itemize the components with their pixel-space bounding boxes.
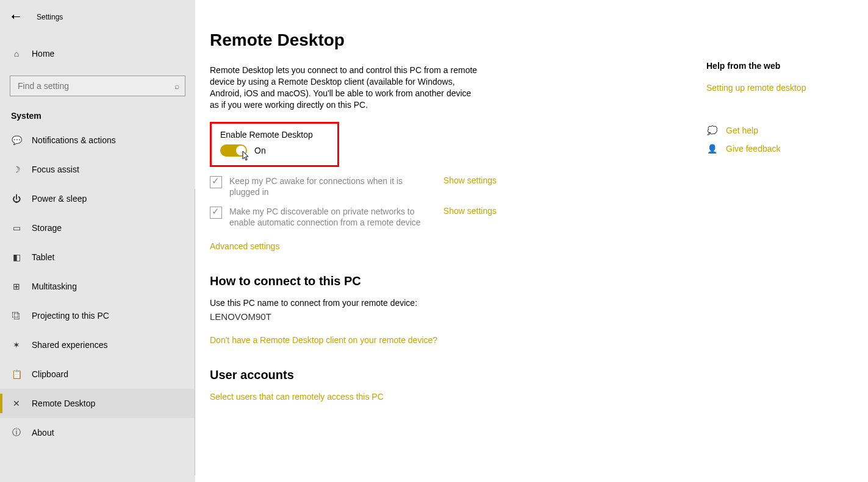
help-panel: Help from the web Setting up remote desk…: [706, 61, 865, 162]
search-icon: ⌕: [174, 81, 179, 91]
sidebar-item-home[interactable]: ⌂ Home: [0, 40, 195, 67]
sidebar-item-power-sleep[interactable]: ⏻ Power & sleep: [0, 184, 195, 213]
sidebar-item-projecting[interactable]: ⿻ Projecting to this PC: [0, 301, 195, 330]
toggle-knob: [236, 146, 246, 155]
sidebar-item-shared-experiences[interactable]: ✶ Shared experiences: [0, 330, 195, 360]
back-icon[interactable]: 🠐: [11, 12, 20, 23]
sidebar-item-multitasking[interactable]: ⊞ Multitasking: [0, 272, 195, 301]
sidebar-item-storage[interactable]: ▭ Storage: [0, 213, 195, 243]
sidebar-item-label: About: [32, 428, 54, 438]
share-icon: ✶: [11, 340, 22, 350]
enable-remote-desktop-toggle[interactable]: [220, 144, 247, 157]
power-icon: ⏻: [11, 194, 22, 204]
home-label: Home: [32, 49, 54, 58]
get-help-icon: 💭: [706, 126, 717, 135]
how-to-connect-desc: Use this PC name to connect from your re…: [210, 298, 497, 308]
sidebar-item-focus-assist[interactable]: ☽ Focus assist: [0, 155, 195, 184]
sidebar-item-clipboard[interactable]: 📋 Clipboard: [0, 360, 195, 389]
sidebar-item-label: Notifications & actions: [32, 135, 116, 145]
sidebar-item-remote-desktop[interactable]: ✕ Remote Desktop: [0, 389, 195, 418]
sidebar-item-label: Remote Desktop: [32, 399, 95, 408]
get-help-link[interactable]: Get help: [726, 126, 758, 135]
clipboard-icon: 📋: [11, 369, 22, 379]
enable-label: Enable Remote Desktop: [220, 130, 329, 140]
sidebar-item-label: Clipboard: [32, 369, 68, 379]
no-client-link[interactable]: Don't have a Remote Desktop client on yo…: [210, 335, 437, 345]
enable-remote-desktop-highlight: Enable Remote Desktop On: [210, 122, 339, 167]
tablet-icon: ◧: [11, 252, 22, 262]
sidebar-item-label: Tablet: [32, 252, 54, 262]
sidebar-header: 🠐 Settings: [0, 5, 195, 29]
storage-icon: ▭: [11, 223, 22, 233]
main-content: Remote Desktop Remote Desktop lets you c…: [195, 0, 868, 482]
setup-remote-desktop-link[interactable]: Setting up remote desktop: [706, 83, 806, 93]
page-title: Remote Desktop: [210, 30, 497, 50]
toggle-state: On: [254, 146, 266, 155]
feedback-icon: 👤: [706, 144, 717, 154]
advanced-settings-link[interactable]: Advanced settings: [210, 241, 279, 251]
info-icon: ⓘ: [11, 427, 22, 438]
sidebar-item-label: Multitasking: [32, 282, 77, 291]
sidebar-item-label: Power & sleep: [32, 194, 87, 204]
sidebar: 🠐 Settings ⌂ Home ⌕ System 💬 Notificatio…: [0, 0, 195, 482]
project-icon: ⿻: [11, 311, 22, 321]
help-heading: Help from the web: [706, 61, 865, 71]
give-feedback-link[interactable]: Give feedback: [726, 144, 781, 154]
discoverable-checkbox[interactable]: [210, 207, 222, 219]
sidebar-item-about[interactable]: ⓘ About: [0, 418, 195, 447]
keep-awake-label: Keep my PC awake for connections when it…: [229, 175, 406, 197]
sidebar-item-tablet[interactable]: ◧ Tablet: [0, 243, 195, 272]
discoverable-row: Make my PC discoverable on private netwo…: [210, 206, 497, 228]
select-users-link[interactable]: Select users that can remotely access th…: [210, 392, 384, 402]
window-title: Settings: [37, 13, 63, 21]
sidebar-item-label: Focus assist: [32, 165, 79, 174]
notification-icon: 💬: [11, 135, 22, 145]
multitasking-icon: ⊞: [11, 282, 22, 291]
remote-desktop-icon: ✕: [11, 399, 22, 408]
show-settings-link-1[interactable]: Show settings: [443, 175, 497, 185]
pc-name: LENOVOM90T: [210, 311, 497, 322]
moon-icon: ☽: [11, 165, 22, 174]
sidebar-item-notifications[interactable]: 💬 Notifications & actions: [0, 126, 195, 155]
keep-awake-checkbox[interactable]: [210, 176, 222, 188]
sidebar-item-label: Shared experiences: [32, 340, 108, 350]
show-settings-link-2[interactable]: Show settings: [443, 206, 497, 216]
sidebar-item-label: Projecting to this PC: [32, 311, 109, 321]
keep-awake-row: Keep my PC awake for connections when it…: [210, 175, 497, 197]
discoverable-label: Make my PC discoverable on private netwo…: [229, 206, 425, 228]
user-accounts-heading: User accounts: [210, 368, 497, 382]
page-description: Remote Desktop lets you connect to and c…: [210, 65, 478, 111]
category-label: System: [0, 96, 195, 126]
sidebar-item-label: Storage: [32, 223, 62, 233]
how-to-connect-heading: How to connect to this PC: [210, 274, 497, 288]
home-icon: ⌂: [11, 49, 22, 58]
search-input[interactable]: [10, 76, 185, 96]
